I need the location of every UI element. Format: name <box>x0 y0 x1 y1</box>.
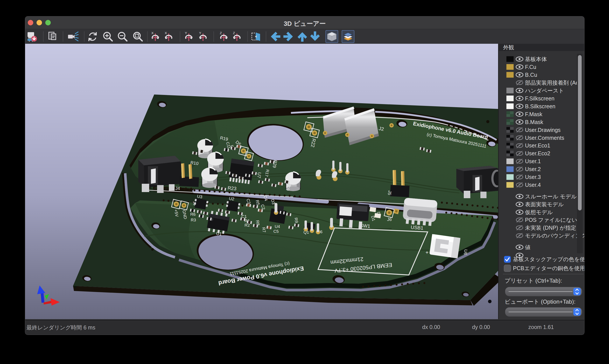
svg-text:U6: U6 <box>463 249 468 255</box>
svg-text:Y: Y <box>199 31 201 35</box>
svg-text:J5: J5 <box>387 190 392 195</box>
svg-text:F.Silkscreen: F.Silkscreen <box>525 95 555 102</box>
svg-text:値: 値 <box>525 244 531 250</box>
svg-text:C9: C9 <box>285 185 291 191</box>
svg-text:表面実装モデル: 表面実装モデル <box>525 201 564 207</box>
svg-text:モデルのバウンディング: モデルのバウンディング <box>525 233 584 239</box>
svg-text:仮想モデル: 仮想モデル <box>525 209 553 215</box>
svg-text:User.Comments: User.Comments <box>525 135 564 141</box>
svg-text:プリセット (Ctrl+Tab):: プリセット (Ctrl+Tab): <box>505 277 562 284</box>
svg-text:POS ファイルにないモ: POS ファイルにないモ <box>525 217 583 223</box>
svg-text:User.2: User.2 <box>525 166 541 172</box>
svg-text:X: X <box>165 31 167 35</box>
svg-text:F.Cu: F.Cu <box>525 64 536 70</box>
svg-text:R6: R6 <box>190 212 195 217</box>
svg-text:User.4: User.4 <box>525 182 541 188</box>
svg-text:SW1: SW1 <box>360 223 370 229</box>
svg-text:未実装 (DNP) が指定さ: 未実装 (DNP) が指定さ <box>525 225 582 231</box>
svg-text:R7: R7 <box>261 227 267 233</box>
svg-text:PCBエディターの銅色を使用: PCBエディターの銅色を使用 <box>513 265 584 271</box>
svg-text:User.Eco2: User.Eco2 <box>525 150 550 156</box>
svg-text:B.Cu: B.Cu <box>525 72 537 78</box>
svg-text:X: X <box>151 31 154 35</box>
svg-text:基板本体: 基板本体 <box>525 56 547 62</box>
svg-text:U2: U2 <box>229 196 234 201</box>
svg-text:スルーホール モデル: スルーホール モデル <box>525 193 577 199</box>
svg-text:J6: J6 <box>387 217 391 222</box>
svg-text:USB1: USB1 <box>411 224 424 231</box>
svg-text:B.Silkscreen: B.Silkscreen <box>525 103 555 109</box>
svg-text:User.Eco1: User.Eco1 <box>525 143 550 149</box>
svg-text:F.Mask: F.Mask <box>525 111 543 117</box>
svg-text:User.1: User.1 <box>525 158 541 164</box>
svg-text:R9: R9 <box>294 217 299 223</box>
svg-text:U4: U4 <box>275 224 280 229</box>
svg-text:R23: R23 <box>227 185 237 191</box>
svg-text:B.Mask: B.Mask <box>525 119 543 125</box>
svg-text:部品実装用接着剤 (Adh: 部品実装用接着剤 (Adh <box>525 80 582 86</box>
svg-text:ハンダペースト: ハンダペースト <box>525 88 564 94</box>
svg-text:User.3: User.3 <box>525 174 541 180</box>
svg-text:U3: U3 <box>197 194 203 199</box>
svg-text:C5: C5 <box>273 229 279 234</box>
svg-text:J2: J2 <box>378 126 384 132</box>
svg-text:User.Drawings: User.Drawings <box>525 127 561 133</box>
svg-text:+: + <box>426 249 428 255</box>
svg-text:J4: J4 <box>175 186 180 191</box>
svg-text:Z: Z <box>220 31 222 35</box>
svg-text:ビューポート (Option+Tab):: ビューポート (Option+Tab): <box>505 298 576 305</box>
svg-text:U1: U1 <box>216 231 222 236</box>
svg-text:Y: Y <box>185 31 187 35</box>
svg-text:Z: Z <box>233 31 235 35</box>
svg-text:U7: U7 <box>256 172 262 179</box>
svg-text:R3: R3 <box>191 218 196 222</box>
svg-text:基板スタックアップの色を使用: 基板スタックアップの色を使用 <box>513 256 584 262</box>
